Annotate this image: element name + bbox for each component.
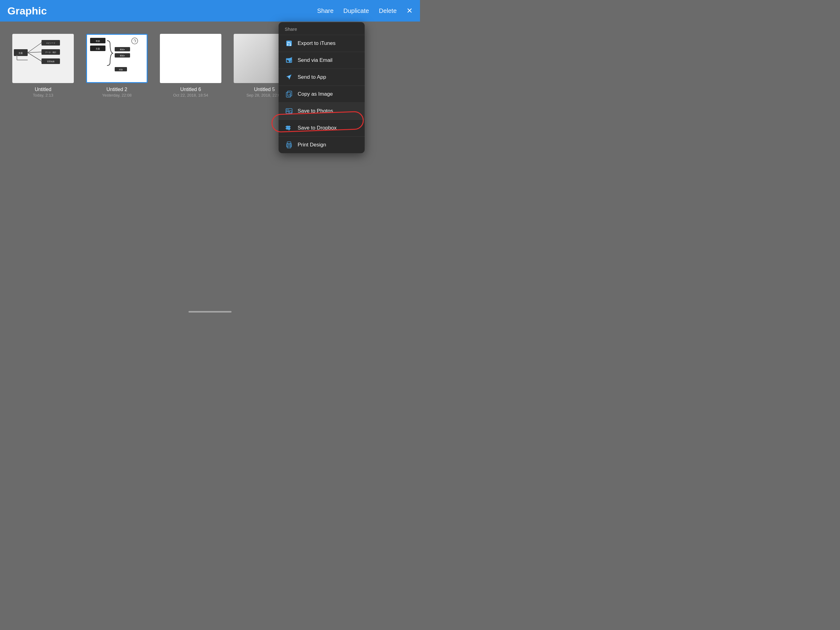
svg-text:主題: 主題 [19,52,23,54]
home-indicator [188,311,232,313]
svg-text:構成●: 構成● [120,55,125,57]
save-photos-label: Save to Photos [298,108,333,114]
save-dropbox-label: Save to Dropbox [298,125,337,131]
svg-text:構成●: 構成● [120,49,125,51]
svg-rect-35 [287,109,289,111]
doc-title-untitled6: Untitled 6 [180,87,201,92]
svg-text:エピソード: エピソード [46,42,55,44]
svg-point-41 [290,145,291,146]
share-export-itunes[interactable]: Export to iTunes [279,35,365,52]
app-title: Graphic [7,5,47,17]
doc-card-untitled[interactable]: 主題 エピソード データ・統計 背景知識 Unti [12,34,74,98]
doc-title-untitled: Untitled [35,87,51,92]
popover-header: Share [279,22,365,35]
svg-text:背景知識: 背景知識 [47,60,54,62]
print-design-label: Print Design [298,142,326,148]
export-itunes-label: Export to iTunes [298,40,335,46]
svg-point-29 [287,44,288,46]
svg-text:結論: 結論 [119,69,123,70]
doc-date-untitled5: Sep 28, 2018, 22:04 [246,93,282,98]
share-popover: Share Export to iTunes Send via Email [279,22,365,153]
doc-date-untitled6: Oct 22, 2018, 18:54 [173,93,208,98]
email-icon [285,56,293,65]
doc-thumbnail-untitled[interactable]: 主題 エピソード データ・統計 背景知識 [12,34,74,83]
svg-rect-33 [287,91,292,96]
copy-image-icon [285,90,293,98]
doc-date-untitled2: Yesterday, 22:08 [102,93,132,98]
share-send-email[interactable]: Send via Email [279,52,365,69]
close-button[interactable]: ✕ [406,6,413,15]
svg-line-10 [28,52,41,61]
share-send-app[interactable]: Send to App [279,69,365,86]
share-copy-image[interactable]: Copy as Image [279,86,365,103]
send-email-label: Send via Email [298,57,332,63]
header-actions: Share Duplicate Delete ✕ [317,6,413,15]
doc-card-untitled6[interactable]: Untitled 6 Oct 22, 2018, 18:54 [160,34,221,98]
itunes-icon [285,39,293,47]
doc-card-untitled2[interactable]: 有節 主題 構成● 構成● 結論 Untitled 2 Yesterday, 2… [86,34,148,98]
svg-line-8 [28,43,41,52]
copy-image-label: Copy as Image [298,91,333,97]
svg-text:データ・統計: データ・統計 [45,51,56,53]
delete-button[interactable]: Delete [379,7,396,14]
share-button[interactable]: Share [317,7,333,14]
doc-date-untitled: Today, 2:13 [33,93,53,98]
dropbox-icon [285,123,293,132]
svg-point-37 [289,111,290,112]
svg-text:主題: 主題 [96,47,100,50]
svg-point-27 [132,38,138,44]
doc-title-untitled5: Untitled 5 [254,87,275,92]
doc-title-untitled2: Untitled 2 [106,87,127,92]
share-save-photos[interactable]: Save to Photos [279,103,365,120]
app-header: Graphic Share Duplicate Delete ✕ [0,0,420,22]
share-print-design[interactable]: Print Design [279,136,365,153]
send-app-label: Send to App [298,74,326,80]
doc-thumbnail-untitled6[interactable] [160,34,221,83]
photos-icon [285,107,293,116]
svg-point-30 [290,44,291,46]
share-save-dropbox[interactable]: Save to Dropbox [279,120,365,136]
svg-text:有節: 有節 [96,40,100,42]
svg-rect-28 [286,41,292,46]
doc-thumbnail-untitled2[interactable]: 有節 主題 構成● 構成● 結論 [86,34,148,83]
duplicate-button[interactable]: Duplicate [343,7,369,14]
svg-rect-38 [287,142,291,144]
send-app-icon [285,73,293,82]
print-icon [285,141,293,149]
svg-line-9 [28,52,41,52]
